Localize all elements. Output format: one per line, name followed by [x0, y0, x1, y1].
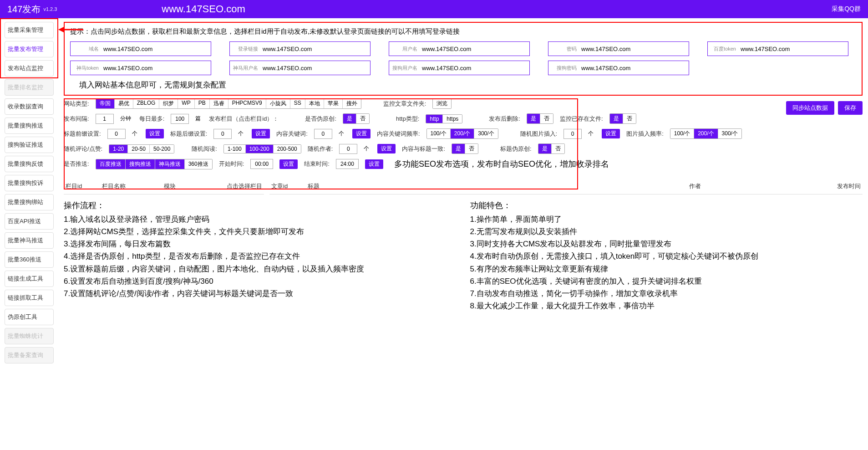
suffix-set-button[interactable]: 设置 — [252, 129, 270, 138]
site-type-9[interactable]: SS — [290, 99, 305, 108]
suffix-label: 标题后缀设置: — [170, 130, 208, 138]
author-input[interactable] — [339, 144, 357, 154]
site-type-5[interactable]: PB — [195, 99, 210, 108]
input-field-8[interactable] — [579, 65, 689, 72]
site-type-10[interactable]: 本地 — [305, 99, 324, 108]
interval-unit: 分钟 — [120, 115, 131, 123]
sidebar-item-2[interactable]: 发布站点监控 — [5, 60, 54, 77]
sidebar-item-0[interactable]: 批量采集管理 — [5, 22, 54, 38]
site-type-7[interactable]: PHPCMSV9 — [228, 99, 266, 108]
input-field-7[interactable] — [420, 65, 529, 72]
prefix-set-button[interactable]: 设置 — [146, 129, 164, 138]
end-label: 结束时间: — [304, 160, 330, 168]
site-type-label: 网站类型: — [64, 100, 89, 108]
site-type-2[interactable]: ZBLOG — [133, 99, 160, 108]
column-label: 发布栏目（点击栏目id）： — [209, 115, 279, 123]
input-field-6[interactable] — [261, 65, 370, 72]
input-field-1[interactable] — [261, 46, 370, 52]
site-type-8[interactable]: 小旋风 — [266, 99, 290, 108]
browse-button[interactable]: 浏览 — [433, 99, 451, 108]
author-set-button[interactable]: 设置 — [377, 144, 396, 153]
sidebar-item-13[interactable]: 链接生成工具 — [5, 271, 54, 287]
sidebar-item-9[interactable]: 批量搜狗绑站 — [5, 194, 54, 210]
site-type-3[interactable]: 织梦 — [159, 99, 178, 108]
sync-button[interactable]: 同步站点数据 — [786, 101, 834, 115]
kwfreq-group[interactable]: 100/个200/个300/个 — [426, 128, 498, 139]
randimg-input[interactable] — [563, 129, 582, 139]
sidebar-item-14[interactable]: 链接抓取工具 — [5, 290, 54, 306]
title-pseudo-toggle[interactable]: 是否 — [538, 143, 565, 154]
svg-marker-1 — [58, 27, 64, 32]
end-set-button[interactable]: 设置 — [365, 159, 383, 169]
randimg-set-button[interactable]: 设置 — [602, 129, 620, 138]
like-label: 随机评论/点赞: — [64, 145, 102, 153]
sidebar-item-8[interactable]: 批量搜狗投诉 — [5, 175, 54, 191]
site-type-12[interactable]: 搜外 — [343, 99, 361, 108]
hint-text: 提示：点击同步站点数据，获取栏目和最新文章信息，选择栏目id用于自动发布,未修改… — [70, 27, 856, 36]
push-group[interactable]: 百度推送搜狗推送神马推送360推送 — [96, 159, 213, 169]
arrow-icon — [58, 25, 86, 34]
basic-info-panel: 提示：点击同步站点数据，获取栏目和最新文章信息，选择栏目id用于自动发布,未修改… — [64, 22, 863, 96]
monitor-toggle[interactable]: 是否 — [609, 113, 636, 124]
imgfreq-group[interactable]: 100/个200/个300/个 — [670, 128, 742, 139]
site-url: www.147SEO.com — [71, 3, 832, 15]
input-field-0[interactable] — [102, 46, 211, 52]
site-type-11[interactable]: 苹果 — [324, 99, 343, 108]
input-field-2[interactable] — [420, 46, 529, 52]
sidebar-item-3: 批量排名监控 — [5, 79, 54, 96]
sidebar-item-17: 批量备案查询 — [5, 347, 54, 363]
site-type-0[interactable]: 帝国 — [96, 99, 115, 108]
site-type-1[interactable]: 易优 — [115, 99, 133, 108]
input-note: 填入网站基本信息即可，无需规则复杂配置 — [79, 80, 226, 90]
start-set-button[interactable]: 设置 — [279, 159, 298, 169]
sidebar-item-11[interactable]: 批量神马推送 — [5, 232, 54, 249]
sidebar-item-7[interactable]: 批量搜狗反馈 — [5, 156, 54, 172]
interval-label: 发布间隔: — [64, 115, 89, 123]
qq-group-link[interactable]: 采集QQ群 — [832, 5, 861, 13]
suffix-input[interactable] — [213, 129, 232, 139]
sidebar-item-1[interactable]: 批量发布管理 — [5, 41, 54, 57]
delete-label: 发布后删除: — [489, 115, 520, 123]
prefix-input[interactable] — [107, 129, 126, 139]
pseudo-toggle[interactable]: 是否 — [343, 113, 370, 124]
sidebar-item-5[interactable]: 批量搜狗推送 — [5, 118, 54, 134]
site-type-6[interactable]: 迅睿 — [210, 99, 228, 108]
start-input[interactable] — [250, 159, 273, 169]
sidebar-item-10[interactable]: 百度API推送 — [5, 213, 54, 230]
daily-unit: 篇 — [195, 115, 201, 123]
keyword-set-button[interactable]: 设置 — [352, 129, 371, 138]
site-type-4[interactable]: WP — [178, 99, 194, 108]
http-toggle[interactable]: httphttps — [426, 114, 462, 123]
kwfreq-label: 内容关键词频率: — [377, 130, 420, 138]
input-field-4[interactable] — [739, 46, 848, 52]
input-field-3[interactable] — [579, 46, 689, 52]
match-toggle[interactable]: 是否 — [452, 143, 478, 154]
end-input[interactable] — [336, 159, 359, 169]
imgfreq-label: 图片插入频率: — [626, 130, 664, 138]
keyword-input[interactable] — [314, 129, 332, 139]
site-type-group[interactable]: 帝国易优ZBLOG织梦WPPB迅睿PHPCMSV9小旋风SS本地苹果搜外 — [96, 98, 361, 109]
interval-input[interactable] — [96, 114, 114, 124]
read-group[interactable]: 1-100100-200200-500 — [223, 144, 301, 153]
push-label: 是否推送: — [64, 160, 89, 168]
input-8: 搜狗密码 — [548, 61, 689, 75]
flow-description: 操作流程： 1.输入域名以及登录路径，管理员账户密码2.选择网站CMS类型，选择… — [64, 199, 457, 312]
title-pseudo-label: 标题伪原创: — [500, 145, 532, 153]
input-2: 用户名 — [389, 41, 530, 56]
input-field-5[interactable] — [102, 65, 211, 72]
keyword-label: 内容关键词: — [276, 130, 308, 138]
app-title: 147发布 — [7, 3, 41, 15]
sidebar-item-4[interactable]: 收录数据查询 — [5, 98, 54, 115]
start-label: 开始时间: — [219, 160, 244, 168]
sidebar-item-12[interactable]: 批量360推送 — [5, 251, 54, 268]
table2-header: 文章id 标题 作者 发布时间 — [269, 179, 863, 194]
sidebar-item-15[interactable]: 伪原创工具 — [5, 309, 54, 325]
prefix-label: 标题前缀设置: — [64, 130, 101, 138]
save-button[interactable]: 保存 — [838, 101, 863, 115]
pseudo-label: 是否伪原创: — [305, 115, 336, 123]
table1-header: 栏目id 栏目名称 模块 点击选择栏目 — [64, 179, 264, 194]
delete-toggle[interactable]: 是否 — [527, 113, 553, 124]
sidebar-item-6[interactable]: 搜狗验证推送 — [5, 137, 54, 153]
daily-input[interactable] — [171, 114, 189, 124]
like-group[interactable]: 1-2020-5050-200 — [109, 144, 174, 153]
